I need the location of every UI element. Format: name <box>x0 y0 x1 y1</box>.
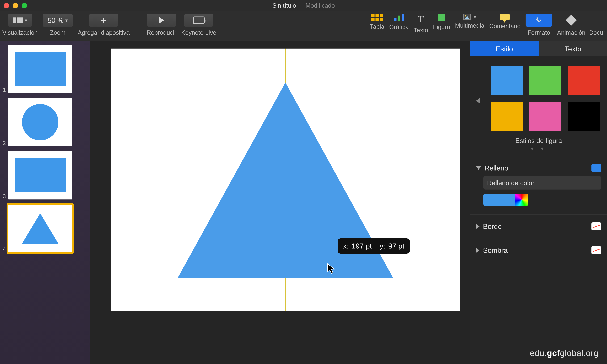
color-picker-button[interactable] <box>515 194 528 206</box>
plus-icon: + <box>101 15 107 26</box>
comment-icon <box>500 13 510 20</box>
disclosure-closed-icon <box>476 248 479 253</box>
style-swatch-yellow[interactable] <box>491 102 523 131</box>
keynote-live-button[interactable]: Keynote Live <box>181 13 216 36</box>
table-icon <box>371 13 383 21</box>
zoom-value: 50 % <box>48 16 64 24</box>
zoom-label: Zoom <box>50 29 66 36</box>
chart-label: Gráfica <box>389 24 409 31</box>
rect-shape-icon <box>15 52 66 86</box>
thumbnail[interactable] <box>8 45 72 93</box>
watermark: edu.gcfglobal.org <box>530 348 598 358</box>
shape-styles-title: Estilos de figura <box>470 137 607 144</box>
close-window-button[interactable] <box>4 3 9 8</box>
style-swatch-green[interactable] <box>529 66 561 95</box>
watermark-mid: gcf <box>547 348 560 358</box>
tooltip-x-value: 197 pt <box>352 242 372 250</box>
style-swatch-blue[interactable] <box>491 66 523 95</box>
table-button[interactable]: Tabla <box>370 13 384 30</box>
thumbnail[interactable] <box>8 151 72 199</box>
text-icon: T <box>418 13 424 25</box>
position-tooltip: x: 197 pt y: 97 pt <box>338 238 410 254</box>
disclosure-open-icon <box>476 166 481 170</box>
watermark-pre: edu. <box>530 348 547 358</box>
keynote-live-icon <box>193 16 205 24</box>
play-button[interactable]: Reproducir <box>147 13 176 36</box>
animate-icon <box>566 15 577 26</box>
tab-text[interactable]: Texto <box>539 41 607 56</box>
circle-shape-icon <box>22 104 58 140</box>
shape-button[interactable]: Figura <box>433 13 450 31</box>
watermark-post: global.org <box>560 348 598 358</box>
disclosure-closed-icon <box>476 224 479 229</box>
fill-section-header[interactable]: Relleno <box>470 161 607 175</box>
animate-button[interactable]: Animación <box>557 13 585 36</box>
rect-shape-icon <box>15 158 66 193</box>
border-label: Borde <box>483 222 502 230</box>
media-label: Multimedia <box>455 22 484 29</box>
slide-number: 4 <box>1 246 6 253</box>
border-section-header[interactable]: Borde <box>470 219 607 233</box>
tab-style[interactable]: Estilo <box>470 41 539 56</box>
tooltip-y-value: 97 pt <box>388 242 404 250</box>
comment-button[interactable]: Comentario <box>489 13 521 30</box>
document-name: Sin título <box>272 2 296 9</box>
fill-section-body: Relleno de color <box>470 175 607 209</box>
slide-thumb-3[interactable]: 3 <box>1 151 87 199</box>
keynote-live-label: Keynote Live <box>181 29 216 36</box>
chevron-down-icon: ▾ <box>65 17 68 23</box>
fill-color-well[interactable] <box>483 194 515 206</box>
styles-pager-dots[interactable]: ● ● <box>470 146 607 151</box>
triangle-shape-icon <box>22 213 58 244</box>
slide-number: 1 <box>1 87 6 93</box>
play-label: Reproducir <box>147 29 176 36</box>
chevron-down-icon: ▾ <box>25 17 27 23</box>
text-button[interactable]: T Texto <box>414 13 428 34</box>
zoom-window-button[interactable] <box>22 3 27 8</box>
style-swatch-black[interactable] <box>568 102 600 131</box>
chart-button[interactable]: Gráfica <box>389 13 409 31</box>
minimize-window-button[interactable] <box>13 3 18 8</box>
fill-type-select[interactable]: Relleno de color <box>483 176 601 190</box>
thumbnail-selected[interactable] <box>8 204 72 253</box>
add-slide-button[interactable]: + Agregar diapositiva <box>78 13 130 36</box>
table-label: Tabla <box>370 23 384 30</box>
style-swatch-pink[interactable] <box>529 102 561 131</box>
format-icon: ✎ <box>535 15 542 25</box>
window-titlebar: Sin título — Modificado <box>0 0 607 11</box>
shape-style-swatches <box>470 60 607 132</box>
slide-thumb-1[interactable]: 1 <box>1 45 87 93</box>
view-menu[interactable]: ▾ Visualización <box>2 13 38 36</box>
traffic-lights <box>4 3 27 8</box>
chevron-down-icon: ▾ <box>474 14 476 20</box>
thumbnail[interactable] <box>8 98 72 146</box>
shape-icon <box>438 13 445 21</box>
chart-icon <box>394 13 404 21</box>
text-label: Texto <box>414 27 428 34</box>
border-preview-chip <box>592 222 601 230</box>
tooltip-x-label: x: <box>343 242 349 250</box>
comment-label: Comentario <box>489 23 521 30</box>
shadow-label: Sombra <box>483 246 508 254</box>
slide-thumb-4[interactable]: 4 <box>1 204 87 253</box>
shadow-section-header[interactable]: Sombra <box>470 243 607 257</box>
tooltip-y-label: y: <box>380 242 385 250</box>
slide-number: 3 <box>1 193 6 199</box>
document-state-sep: — <box>296 2 305 9</box>
document-button[interactable]: Document <box>590 13 605 36</box>
animate-label: Animación <box>557 29 585 36</box>
zoom-menu[interactable]: 50 %▾ Zoom <box>43 13 73 36</box>
view-icon <box>13 17 23 23</box>
slide-thumb-2[interactable]: 2 <box>1 98 87 146</box>
canvas-area[interactable]: x: 197 pt y: 97 pt <box>90 41 470 364</box>
fill-preview-chip <box>592 164 601 172</box>
style-swatch-red[interactable] <box>568 66 600 95</box>
format-button[interactable]: ✎ Formato <box>526 13 552 36</box>
slide-number: 2 <box>1 140 6 146</box>
slide-navigator[interactable]: 1 2 3 4 <box>0 41 90 364</box>
slide-canvas[interactable]: x: 197 pt y: 97 pt <box>111 49 460 311</box>
format-label: Formato <box>528 29 550 36</box>
play-icon <box>159 17 164 24</box>
inspector-tabs: Estilo Texto <box>470 41 607 56</box>
media-menu[interactable]: ▾ Multimedia <box>455 13 484 29</box>
